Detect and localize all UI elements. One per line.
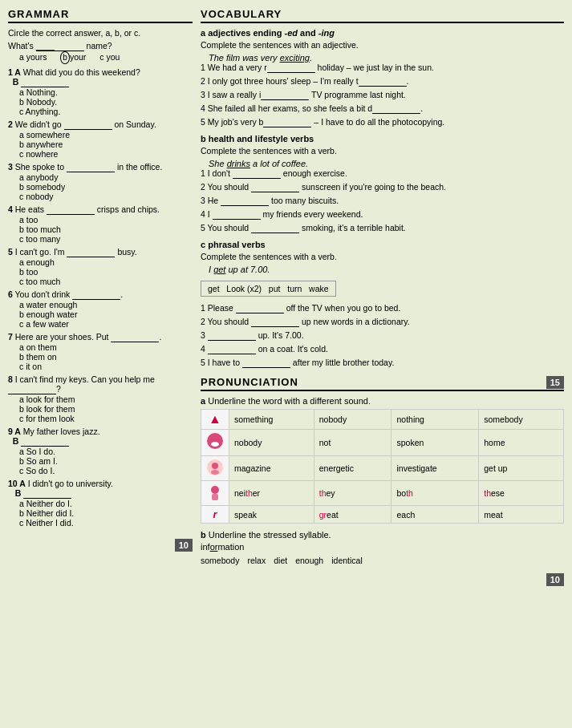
stressed-word-1: somebody bbox=[201, 556, 239, 565]
pron-section-a: a Underline the word with a different so… bbox=[201, 396, 564, 524]
vocab-b-item-2: 2 You should sunscreen if you're going t… bbox=[201, 182, 564, 192]
pron-row-5: r speak great each meat bbox=[201, 506, 564, 524]
option-b-circled: byour bbox=[60, 52, 86, 62]
vocab-b-item-5: 5 You should smoking, it's a terrible ha… bbox=[201, 223, 564, 233]
stressed-word-2: relax bbox=[247, 556, 266, 565]
pron-b-instruction: Underline the stressed syllable. bbox=[209, 530, 331, 540]
pron-word-5-1: speak bbox=[229, 506, 314, 524]
pron-word-2-3: spoken bbox=[391, 430, 479, 456]
pron-icon-3 bbox=[201, 456, 229, 481]
vocab-a-item-1: 1 We had a very r holiday – we just lay … bbox=[201, 63, 564, 73]
pron-page-num: 10 bbox=[546, 573, 564, 586]
pron-word-5-2: great bbox=[314, 506, 391, 524]
grammar-item-2: 2 We didn't go on Sunday. a somewhere b … bbox=[8, 119, 193, 159]
pron-word-5-3: each bbox=[391, 506, 479, 524]
stressed-word-4: enough bbox=[295, 556, 323, 565]
pron-row-4: neither they both these bbox=[201, 481, 564, 506]
vocab-b-item-3: 3 He too many biscuits. bbox=[201, 196, 564, 206]
vocabulary-section: VOCABULARY a adjectives ending -ed and -… bbox=[201, 8, 564, 368]
word-bank: get Look (x2) put turn wake bbox=[201, 281, 336, 297]
vocab-a-instruction: Complete the sentences with an adjective… bbox=[201, 40, 564, 50]
right-column: VOCABULARY a adjectives ending -ed and -… bbox=[201, 8, 564, 720]
vocab-c-item-1: 1 Please off the TV when you go to bed. bbox=[201, 303, 564, 313]
pron-b-words: somebody relax diet enough identical bbox=[201, 556, 564, 565]
grammar-intro: What's ____ name? a yours byour c you bbox=[8, 41, 193, 64]
grammar-item-8: 8 I can't find my keys. Can you help me … bbox=[8, 374, 193, 423]
grammar-item-9: 9 A My father loves jazz. B a So I do. b… bbox=[8, 427, 193, 475]
pron-word-4-4: these bbox=[479, 481, 564, 506]
svg-point-1 bbox=[211, 442, 219, 447]
vocabulary-title: VOCABULARY bbox=[201, 8, 564, 23]
vocab-page-num: 15 bbox=[546, 376, 564, 389]
vocab-b-example: She drinks a lot of coffee. bbox=[209, 159, 564, 168]
pron-word-3-2: energetic bbox=[314, 456, 391, 481]
option-a: a yours bbox=[19, 52, 47, 62]
stressed-word-3: diet bbox=[274, 556, 287, 565]
pron-icon-5: r bbox=[201, 506, 229, 524]
svg-rect-6 bbox=[212, 494, 218, 500]
grammar-item-6: 6 You don't drink . a water enough b eno… bbox=[8, 289, 193, 329]
pron-word-2-2: not bbox=[314, 430, 391, 456]
pron-a-instruction: Underline the word with a different soun… bbox=[208, 396, 371, 406]
pron-table: ▲ something nobody nothing somebody nobo… bbox=[201, 409, 564, 524]
pron-icon-1: ▲ bbox=[201, 410, 229, 430]
vocab-c-item-5: 5 I have to after my little brother toda… bbox=[201, 358, 564, 368]
pron-word-1-3: nothing bbox=[391, 410, 479, 430]
pron-word-2-4: home bbox=[479, 430, 564, 456]
svg-point-3 bbox=[212, 463, 218, 469]
grammar-item-1: 1 A What did you do this weekend? B a No… bbox=[8, 67, 193, 116]
vocab-c-instruction: Complete the sentences with a verb. bbox=[201, 252, 564, 261]
grammar-section: GRAMMAR Circle the correct answer, a, b,… bbox=[8, 8, 193, 720]
vocab-a-item-2: 2 I only got three hours' sleep – I'm re… bbox=[201, 76, 564, 87]
pron-word-1-1: something bbox=[229, 410, 314, 430]
vocab-c-item-3: 3 up. It's 7.00. bbox=[201, 330, 564, 341]
vocab-c-item-2: 2 You should up new words in a dictionar… bbox=[201, 317, 564, 327]
pron-word-4-2: they bbox=[314, 481, 391, 506]
pron-icon-2 bbox=[201, 430, 229, 456]
intro-prompt: What's ____ name? bbox=[8, 41, 112, 51]
pron-word-3-1: magazine bbox=[229, 456, 314, 481]
pron-icon-4 bbox=[201, 481, 229, 506]
pron-row-2: nobody not spoken home bbox=[201, 430, 564, 456]
grammar-item-3: 3 She spoke to in the office. a anybody … bbox=[8, 162, 193, 201]
grammar-instruction: Circle the correct answer, a, b, or c. bbox=[8, 28, 193, 38]
vocab-a-item-4: 4 She failed all her exams, so she feels… bbox=[201, 103, 564, 114]
vocab-a-example: The film was very exciting. bbox=[209, 53, 564, 63]
grammar-item-7: 7 Here are your shoes. Put . a on them b… bbox=[8, 332, 193, 371]
vocab-section-c: c phrasal verbs Complete the sentences w… bbox=[201, 240, 564, 368]
pron-row-3: magazine energetic investigate get up bbox=[201, 456, 564, 481]
grammar-item-10: 10 A I didn't go to university. B a Neit… bbox=[8, 479, 193, 528]
vocab-a-item-3: 3 I saw a really i TV programme last nig… bbox=[201, 90, 564, 100]
grammar-title: GRAMMAR bbox=[8, 8, 193, 23]
pronunciation-section: PRONUNCIATION a Underline the word with … bbox=[201, 376, 564, 565]
vocab-a-item-5: 5 My job's very b – I have to do all the… bbox=[201, 117, 564, 127]
pron-word-2-1: nobody bbox=[229, 430, 314, 456]
stressed-word-5: identical bbox=[331, 556, 363, 565]
grammar-item-4: 4 He eats crisps and chips. a too b too … bbox=[8, 204, 193, 244]
pron-row-1: ▲ something nobody nothing somebody bbox=[201, 410, 564, 430]
pron-word-5-4: meat bbox=[479, 506, 564, 524]
pron-word-1-2: nobody bbox=[314, 410, 391, 430]
pron-word-3-4: get up bbox=[479, 456, 564, 481]
pron-word-1-4: somebody bbox=[479, 410, 564, 430]
pron-word-4-1: neither bbox=[229, 481, 314, 506]
option-c: c you bbox=[99, 52, 120, 62]
pron-section-b: b Underline the stressed syllable. infor… bbox=[201, 530, 564, 565]
vocab-c-item-4: 4 on a coat. It's cold. bbox=[201, 344, 564, 354]
vocab-section-a: a adjectives ending -ed and -ing Complet… bbox=[201, 28, 564, 127]
vocab-b-item-4: 4 I my friends every weekend. bbox=[201, 209, 564, 220]
vocab-b-instruction: Complete the sentences with a verb. bbox=[201, 146, 564, 156]
grammar-page-num: 10 bbox=[175, 539, 193, 552]
grammar-item-5: 5 I can't go. I'm busy. a enough b too c… bbox=[8, 247, 193, 286]
svg-point-4 bbox=[211, 470, 219, 475]
vocab-section-b: b health and lifestyle verbs Complete th… bbox=[201, 134, 564, 233]
pronunciation-title: PRONUNCIATION bbox=[201, 376, 564, 391]
pron-word-4-3: both bbox=[391, 481, 479, 506]
pron-b-example: information bbox=[201, 542, 564, 552]
pron-word-3-3: investigate bbox=[391, 456, 479, 481]
vocab-c-example: I get up at 7.00. bbox=[209, 265, 564, 274]
svg-point-5 bbox=[211, 486, 219, 494]
vocab-b-item-1: 1 I don't enough exercise. bbox=[201, 168, 564, 179]
